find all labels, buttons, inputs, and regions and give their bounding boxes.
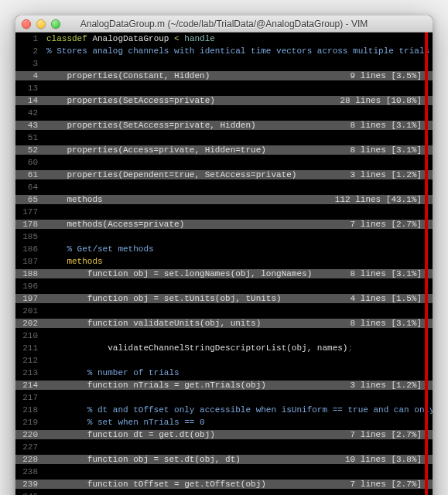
line-number: 202 <box>15 319 43 328</box>
line-number: 2 <box>15 46 43 56</box>
fold-line[interactable]: 188 function obj = set.longNames(obj, lo… <box>15 268 433 280</box>
line-content: % number of trials <box>43 368 433 377</box>
line-number: 64 <box>15 183 43 192</box>
fold-label: properties(SetAccess=private) <box>46 96 215 105</box>
code-line: 2% Stores analog channels with identical… <box>15 45 433 57</box>
line-number: 4 <box>15 71 43 80</box>
line-number: 188 <box>15 269 43 278</box>
code-line: 218 % dt and tOffset only accessible whe… <box>15 404 433 416</box>
code-line: 211 validateChannelStringDescriptorList(… <box>15 342 433 354</box>
fold-line[interactable]: 52 properties(Access=private, Hidden=tru… <box>15 144 433 156</box>
line-content: function nTrials = get.nTrials(obj)3 lin… <box>43 381 433 390</box>
line-content: properties(SetAccess=private, Hidden)8 l… <box>43 121 433 130</box>
fold-line[interactable]: 61 properties(Dependent=true, SetAccess=… <box>15 169 433 181</box>
fold-label: function obj = set.longNames(obj, longNa… <box>46 269 312 278</box>
line-number: 185 <box>15 232 43 241</box>
line-number: 65 <box>15 195 43 204</box>
code-line: 64 <box>15 181 433 193</box>
line-content: methods <box>43 257 433 266</box>
line-number: 60 <box>15 158 43 167</box>
fold-label: function tOffset = get.tOffset(obj) <box>46 480 266 489</box>
code-line: 227 <box>15 441 433 453</box>
line-content: classdef AnalogDataGroup < handle <box>43 34 433 43</box>
fold-line[interactable]: 43 properties(SetAccess=private, Hidden)… <box>15 119 433 131</box>
fold-info: 10 lines [3.8%] <box>345 455 433 464</box>
fold-info: 4 lines [1.5%] <box>351 294 433 303</box>
window-title: AnalogDataGroup.m (~/code/lab/TrialData/… <box>15 19 433 29</box>
fold-info: 7 lines [2.7%] <box>351 220 433 229</box>
line-content: validateChannelStringDescriptorList(obj,… <box>43 343 433 353</box>
code-line: 3 <box>15 57 433 70</box>
line-number: 42 <box>15 108 43 118</box>
line-number: 196 <box>15 282 43 291</box>
fold-line[interactable]: 220 function dt = get.dt(obj)7 lines [2.… <box>15 428 433 441</box>
line-content: % dt and tOffset only accessible when is… <box>43 405 433 415</box>
fold-line[interactable]: 214 function nTrials = get.nTrials(obj)3… <box>15 379 433 391</box>
line-content: properties(Constant, Hidden)9 lines [3.5… <box>43 71 433 80</box>
line-number: 213 <box>15 368 43 377</box>
line-number: 187 <box>15 257 43 266</box>
fold-line[interactable]: 178 methods(Access=private)7 lines [2.7%… <box>15 218 433 230</box>
line-content: methods112 lines [43.1%] <box>43 195 433 204</box>
line-content: methods(Access=private)7 lines [2.7%] <box>43 220 433 229</box>
line-number: 217 <box>15 393 43 402</box>
fold-info: 8 lines [3.1%] <box>351 269 433 278</box>
fold-line[interactable]: 197 function obj = set.tUnits(obj, tUnit… <box>15 292 433 305</box>
fold-info: 28 lines [10.8%] <box>340 96 433 105</box>
line-number: 228 <box>15 455 43 464</box>
line-content: % Stores analog channels with identical … <box>43 46 433 56</box>
fold-label: function obj = set.dt(obj, dt) <box>46 455 241 464</box>
fold-label: function nTrials = get.nTrials(obj) <box>46 381 266 390</box>
fold-info: 112 lines [43.1%] <box>335 195 433 204</box>
minimize-icon[interactable] <box>36 19 46 29</box>
editor-body[interactable]: 1classdef AnalogDataGroup < handle2% Sto… <box>15 32 433 495</box>
code-line: 13 <box>15 82 433 94</box>
code-line: 210 <box>15 329 433 342</box>
code-line: 187 methods <box>15 255 433 268</box>
fold-info: 7 lines [2.7%] <box>351 430 433 439</box>
fold-line[interactable]: 65 methods112 lines [43.1%] <box>15 193 433 206</box>
fold-label: methods(Access=private) <box>46 220 184 229</box>
line-content: function obj = set.dt(obj, dt)10 lines [… <box>43 455 433 464</box>
fold-line[interactable]: 14 properties(SetAccess=private)28 lines… <box>15 94 433 107</box>
fold-line[interactable]: 202 function validateUnits(obj, units)8 … <box>15 317 433 329</box>
close-icon[interactable] <box>22 19 31 29</box>
line-number: 239 <box>15 480 43 489</box>
traffic-lights <box>22 19 60 29</box>
code-line: 51 <box>15 131 433 144</box>
line-number: 3 <box>15 59 43 68</box>
line-content: function obj = set.tUnits(obj, tUnits)4 … <box>43 294 433 303</box>
line-number: 177 <box>15 207 43 217</box>
titlebar[interactable]: AnalogDataGroup.m (~/code/lab/TrialData/… <box>15 15 433 32</box>
code-line: 246 <box>15 490 433 495</box>
code-line: 1classdef AnalogDataGroup < handle <box>15 32 433 45</box>
line-number: 201 <box>15 306 43 316</box>
line-number: 51 <box>15 133 43 142</box>
line-content: properties(SetAccess=private)28 lines [1… <box>43 96 433 105</box>
line-number: 43 <box>15 121 43 130</box>
line-number: 238 <box>15 467 43 476</box>
line-content: properties(Access=private, Hidden=true)8… <box>43 145 433 155</box>
line-number: 211 <box>15 343 43 353</box>
code-line: 185 <box>15 230 433 243</box>
line-number: 212 <box>15 356 43 365</box>
fold-line[interactable]: 239 function tOffset = get.tOffset(obj)7… <box>15 478 433 490</box>
line-number: 1 <box>15 34 43 43</box>
code-line: 219 % set when nTrials == 0 <box>15 416 433 428</box>
zoom-icon[interactable] <box>51 19 60 29</box>
line-content: function obj = set.longNames(obj, longNa… <box>43 269 433 278</box>
fold-label: properties(Access=private, Hidden=true) <box>46 145 266 155</box>
line-content: function tOffset = get.tOffset(obj)7 lin… <box>43 480 433 489</box>
fold-line[interactable]: 4 properties(Constant, Hidden)9 lines [3… <box>15 70 433 82</box>
editor-window: AnalogDataGroup.m (~/code/lab/TrialData/… <box>15 15 433 495</box>
line-number: 219 <box>15 418 43 427</box>
line-content: function validateUnits(obj, units)8 line… <box>43 319 433 328</box>
line-number: 197 <box>15 294 43 303</box>
code-line: 217 <box>15 391 433 404</box>
line-number: 178 <box>15 220 43 229</box>
code-line: 186 % Get/set methods <box>15 243 433 255</box>
code-line: 42 <box>15 107 433 119</box>
fold-info: 7 lines [2.7%] <box>351 480 433 489</box>
line-content: % set when nTrials == 0 <box>43 418 433 427</box>
fold-line[interactable]: 228 function obj = set.dt(obj, dt)10 lin… <box>15 453 433 466</box>
